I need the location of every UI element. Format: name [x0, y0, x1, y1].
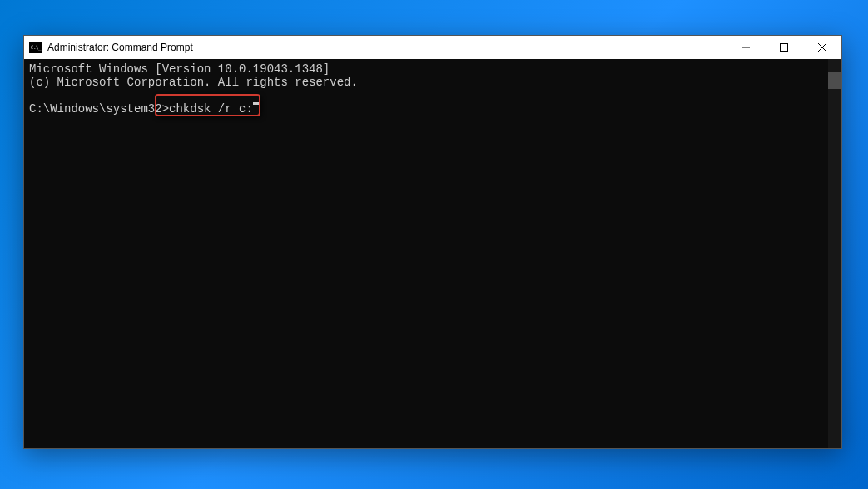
command-prompt-window: Administrator: Command Prompt Microsoft …: [23, 35, 842, 449]
terminal-cursor: [253, 102, 260, 105]
terminal-line-copyright: (c) Microsoft Corporation. All rights re…: [29, 76, 358, 89]
terminal-body[interactable]: Microsoft Windows [Version 10.0.19043.13…: [24, 59, 841, 448]
svg-rect-1: [781, 44, 788, 52]
terminal-prompt: C:\Windows\system32>: [29, 102, 169, 116]
titlebar[interactable]: Administrator: Command Prompt: [24, 36, 841, 59]
scrollbar[interactable]: [828, 59, 841, 448]
maximize-button[interactable]: [765, 36, 803, 59]
scrollbar-thumb[interactable]: [828, 72, 841, 89]
close-button[interactable]: [803, 36, 841, 59]
close-icon: [818, 43, 826, 52]
terminal-line-version: Microsoft Windows [Version 10.0.19043.13…: [29, 62, 330, 76]
minimize-icon: [742, 43, 750, 52]
terminal-command-input[interactable]: chkdsk /r c:: [169, 102, 253, 116]
terminal-content: Microsoft Windows [Version 10.0.19043.13…: [24, 59, 841, 119]
minimize-button[interactable]: [727, 36, 765, 59]
cmd-icon: [29, 42, 42, 53]
window-title: Administrator: Command Prompt: [47, 42, 727, 53]
window-controls: [727, 36, 841, 59]
maximize-icon: [780, 43, 788, 52]
